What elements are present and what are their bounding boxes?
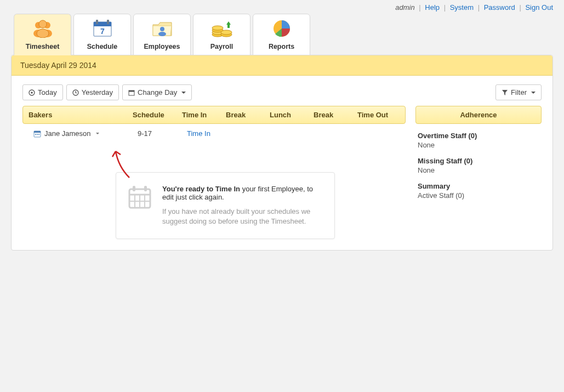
adherence-header: Adherence	[415, 106, 542, 124]
header-time-in: Time In	[176, 106, 220, 123]
target-icon	[29, 89, 35, 96]
break1-cell	[225, 129, 269, 139]
svg-rect-9	[107, 20, 109, 24]
svg-text:7: 7	[100, 27, 105, 36]
pie-chart-icon	[255, 18, 307, 39]
password-link[interactable]: Password	[484, 3, 515, 12]
svg-point-4	[39, 20, 47, 28]
caret-down-icon	[531, 92, 535, 94]
calendar-tiny-icon	[33, 130, 41, 138]
tab-schedule-label: Schedule	[76, 43, 128, 50]
help-link[interactable]: Help	[425, 3, 440, 12]
header-group: Bakers	[23, 106, 127, 123]
today-label: Today	[38, 88, 57, 96]
today-button[interactable]: Today	[22, 84, 63, 100]
main-panel: Tuesday April 29 2014 Today Yesterday Ch…	[11, 55, 553, 251]
svg-rect-24	[129, 90, 134, 92]
employee-name-label: Jane Jameson	[44, 129, 91, 138]
svg-rect-31	[133, 186, 135, 191]
caret-down-icon	[181, 92, 186, 94]
filter-icon	[502, 89, 508, 96]
missing-heading: Missing Staff (0)	[418, 157, 539, 165]
svg-rect-28	[37, 134, 38, 135]
table-row: Jane Jameson 9-17 Time In	[22, 124, 406, 145]
tab-reports[interactable]: Reports	[253, 14, 310, 55]
lunch-cell	[269, 129, 313, 139]
callout-line1: You're ready to Time In your first Emplo…	[162, 185, 321, 201]
timesheet-table-header: Bakers Schedule Time In Break Lunch Brea…	[22, 106, 406, 124]
folder-person-icon	[136, 18, 188, 39]
svg-rect-29	[38, 134, 39, 135]
calendar-large-icon	[127, 185, 152, 226]
yesterday-label: Yesterday	[82, 88, 113, 96]
date-banner: Tuesday April 29 2014	[12, 55, 552, 76]
coins-icon	[196, 18, 248, 39]
header-break: Break	[220, 106, 264, 123]
header-schedule: Schedule	[127, 106, 176, 123]
svg-point-16	[212, 26, 223, 30]
svg-point-11	[160, 27, 164, 31]
svg-point-12	[158, 32, 166, 36]
tab-timesheet-label: Timesheet	[16, 43, 69, 50]
sign-out-link[interactable]: Sign Out	[525, 3, 553, 12]
tab-employees[interactable]: Employees	[133, 14, 191, 55]
svg-rect-27	[35, 134, 36, 135]
filter-label: Filter	[511, 88, 527, 96]
summary-heading: Summary	[418, 182, 539, 190]
tab-payroll-label: Payroll	[196, 43, 248, 50]
change-day-label: Change Day	[138, 88, 177, 96]
svg-rect-26	[34, 131, 41, 133]
change-day-button[interactable]: Change Day	[122, 84, 192, 100]
overtime-heading: Overtime Staff (0)	[418, 132, 539, 140]
time-out-cell	[357, 129, 400, 139]
caret-down-icon	[96, 133, 99, 134]
calendar-icon: 7	[76, 18, 128, 39]
schedule-cell: 9-17	[132, 129, 181, 139]
tab-payroll[interactable]: Payroll	[193, 14, 250, 55]
help-callout: You're ready to Time In your first Emplo…	[116, 172, 335, 239]
svg-rect-32	[144, 186, 147, 191]
top-bar: admin | Help | System | Password | Sign …	[0, 0, 564, 14]
yesterday-button[interactable]: Yesterday	[66, 84, 119, 100]
tab-employees-label: Employees	[136, 43, 188, 50]
break2-cell	[313, 129, 357, 139]
missing-value: None	[418, 166, 539, 174]
time-icon	[72, 89, 79, 96]
svg-point-21	[31, 92, 33, 94]
callout-bold: You're ready to Time In	[162, 185, 240, 193]
header-break2: Break	[308, 106, 352, 123]
tab-schedule[interactable]: 7 Schedule	[73, 14, 131, 55]
svg-point-18	[221, 30, 232, 35]
header-time-out: Time Out	[352, 106, 405, 123]
filter-button[interactable]: Filter	[495, 84, 542, 100]
overtime-value: None	[418, 141, 539, 149]
svg-rect-8	[96, 20, 98, 24]
toolbar: Today Yesterday Change Day Filter	[12, 76, 552, 106]
system-link[interactable]: System	[450, 3, 474, 12]
callout-line2: If you have not already built your sched…	[162, 207, 321, 226]
calendar-small-icon	[128, 89, 135, 96]
tab-reports-label: Reports	[255, 43, 307, 50]
header-lunch: Lunch	[264, 106, 308, 123]
employee-dropdown[interactable]: Jane Jameson	[33, 129, 99, 138]
tab-timesheet[interactable]: Timesheet	[14, 14, 71, 55]
current-user: admin	[395, 3, 414, 12]
main-tabs: Timesheet 7 Schedule Employees	[14, 14, 564, 55]
summary-value: Active Staff (0)	[418, 191, 539, 200]
svg-point-5	[37, 29, 49, 38]
people-icon	[16, 18, 69, 39]
arrow-annotation-icon	[107, 145, 140, 183]
time-in-link[interactable]: Time In	[187, 129, 210, 138]
